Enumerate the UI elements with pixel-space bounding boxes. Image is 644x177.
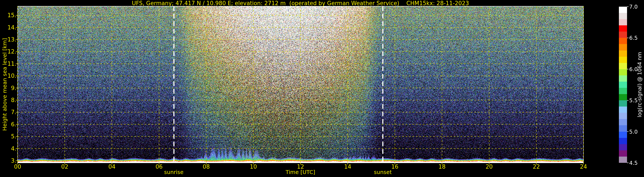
x-tick-label: 16 <box>391 163 398 170</box>
x-tick-label: 00 <box>14 163 21 170</box>
y-tick-label: 14. <box>8 24 16 31</box>
colorbar-band <box>619 75 627 82</box>
y-tick-label: 8. <box>11 97 16 103</box>
colorbar <box>619 7 627 163</box>
y-tick-label: 7. <box>11 109 16 115</box>
colorbar-tick-label: 5.0 <box>629 128 638 135</box>
x-tick-label: 14 <box>344 163 351 170</box>
y-tick-label: 11. <box>8 61 16 67</box>
colorbar-band <box>619 69 627 75</box>
colorbar-band <box>619 113 627 119</box>
x-tick-label: 12 <box>297 163 304 170</box>
y-tick-label: 4. <box>11 145 16 152</box>
colorbar-tick-label: 6.5 <box>629 35 638 41</box>
colorbar-band <box>619 100 627 107</box>
colorbar-band <box>619 156 627 163</box>
sunset-label: sunset <box>374 169 392 175</box>
plot-title: UFS, Germany; 47.417 N / 10.980 E; eleva… <box>132 0 469 7</box>
colorbar-band <box>619 119 627 125</box>
colorbar-band <box>619 57 627 63</box>
y-tick-label: 3. <box>11 157 16 164</box>
colorbar-band <box>619 125 627 131</box>
colorbar-tick-label: 6.0 <box>629 66 638 72</box>
lidar-heatmap-canvas <box>0 0 644 177</box>
colorbar-band <box>619 132 627 138</box>
colorbar-band <box>619 82 627 88</box>
colorbar-band <box>619 25 627 32</box>
x-tick-label: 10 <box>250 163 257 170</box>
colorbar-band <box>619 150 627 156</box>
colorbar-tick-label: 4.5 <box>629 160 638 166</box>
colorbar-band <box>619 88 627 94</box>
colorbar-band <box>619 38 627 44</box>
y-tick-label: 13. <box>8 36 16 43</box>
y-tick-label: 5. <box>11 133 16 140</box>
y-tick-label: 12. <box>8 48 16 55</box>
x-tick-label: 08 <box>202 163 210 170</box>
y-axis-label: Height above mean sea level [km] <box>2 38 8 131</box>
x-tick-label: 18 <box>438 163 446 170</box>
x-tick-label: 24 <box>580 163 587 170</box>
y-tick-label: 9. <box>11 85 16 91</box>
colorbar-band <box>619 94 627 100</box>
colorbar-label: log(rc-signal) @ 1064 nm <box>637 52 643 117</box>
colorbar-band <box>619 32 627 38</box>
y-tick-label: 10. <box>8 73 16 79</box>
x-tick-label: 22 <box>533 163 540 170</box>
ceilometer-quicklook: UFS, Germany; 47.417 N / 10.980 E; eleva… <box>0 0 644 177</box>
sunrise-label: sunrise <box>164 169 184 175</box>
x-tick-label: 02 <box>61 163 68 170</box>
colorbar-band <box>619 19 627 25</box>
colorbar-band <box>619 63 627 69</box>
y-tick-label: 6. <box>11 121 16 128</box>
x-tick-label: 20 <box>486 163 493 170</box>
x-tick-label: 04 <box>108 163 116 170</box>
colorbar-band <box>619 51 627 57</box>
x-tick-label: 06 <box>156 163 163 170</box>
colorbar-band <box>619 7 627 13</box>
colorbar-band <box>619 44 627 50</box>
y-tick-label: 15. <box>8 12 16 19</box>
colorbar-tick-label: 5.5 <box>629 97 638 104</box>
colorbar-band <box>619 107 627 113</box>
colorbar-band <box>619 13 627 19</box>
colorbar-tick-label: 7.0 <box>629 4 638 10</box>
colorbar-band <box>619 138 627 144</box>
colorbar-band <box>619 144 627 150</box>
